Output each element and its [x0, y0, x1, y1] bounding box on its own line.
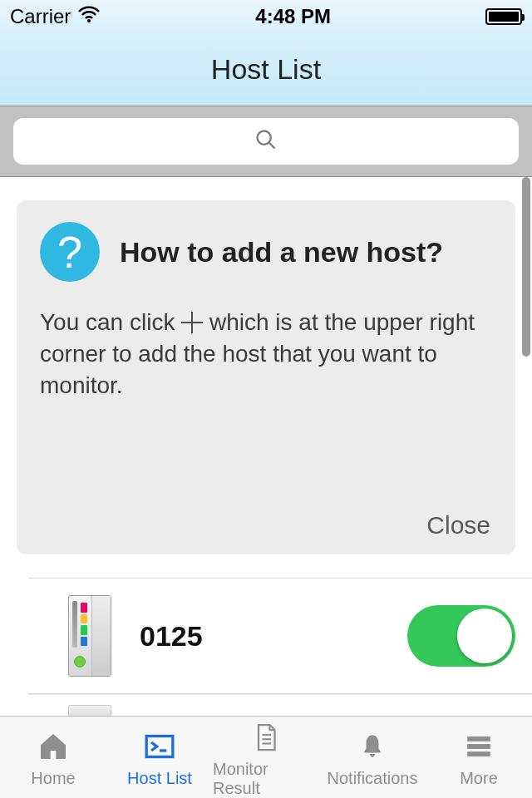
tip-card: ? How to add a new host? You can click w… — [17, 200, 515, 554]
close-button[interactable]: Close — [426, 511, 490, 539]
tip-title: How to add a new host? — [120, 236, 492, 268]
scrollbar[interactable] — [522, 177, 530, 357]
tab-home[interactable]: Home — [0, 717, 106, 798]
search-icon — [254, 128, 278, 155]
host-row-partial — [28, 694, 532, 716]
wifi-icon — [77, 5, 101, 28]
tab-host-list[interactable]: Host List — [106, 717, 213, 798]
plus-icon — [181, 312, 203, 333]
home-icon — [34, 727, 72, 766]
tab-label: Monitor Result — [213, 760, 319, 798]
svg-point-0 — [87, 19, 91, 22]
content-area: ? How to add a new host? You can click w… — [0, 177, 532, 716]
tab-monitor-result[interactable]: Monitor Result — [213, 717, 319, 798]
tab-label: Host List — [127, 769, 192, 788]
tab-more[interactable]: More — [426, 717, 532, 798]
host-name: 0125 — [140, 620, 379, 653]
host-row[interactable]: 0125 — [28, 578, 532, 694]
bell-icon — [353, 727, 392, 766]
terminal-icon — [140, 727, 179, 766]
tab-label: More — [460, 769, 498, 788]
question-icon: ? — [40, 222, 100, 282]
server-icon — [68, 595, 111, 677]
svg-line-2 — [269, 143, 275, 149]
tip-body-pre: You can click — [40, 309, 181, 335]
svg-rect-8 — [468, 736, 490, 741]
svg-rect-10 — [468, 752, 490, 756]
tab-bar: Home Host List Monitor Result Notificati… — [0, 716, 532, 798]
server-icon — [68, 705, 111, 716]
carrier-label: Carrier — [10, 5, 71, 28]
svg-rect-9 — [468, 745, 490, 749]
nav-header: Host List — [0, 33, 532, 106]
search-bar — [0, 106, 532, 177]
tip-body: You can click which is at the upper righ… — [40, 307, 492, 401]
tab-label: Home — [31, 769, 75, 788]
host-toggle[interactable] — [407, 605, 515, 667]
battery-icon — [485, 8, 522, 25]
tab-notifications[interactable]: Notifications — [319, 717, 426, 798]
menu-icon — [460, 727, 498, 766]
document-icon — [247, 718, 285, 756]
svg-rect-3 — [146, 736, 173, 757]
clock: 4:48 PM — [255, 5, 331, 28]
tab-label: Notifications — [328, 769, 418, 788]
status-bar: Carrier 4:48 PM — [0, 0, 532, 33]
svg-point-1 — [258, 131, 271, 145]
search-input[interactable] — [13, 118, 519, 165]
page-title: Host List — [211, 53, 321, 86]
